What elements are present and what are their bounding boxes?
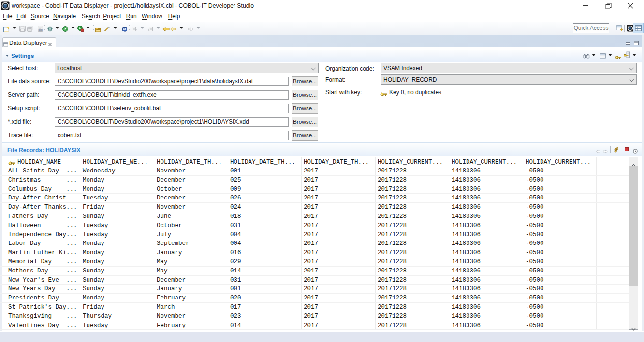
svg-text:COB: COB xyxy=(38,29,43,31)
